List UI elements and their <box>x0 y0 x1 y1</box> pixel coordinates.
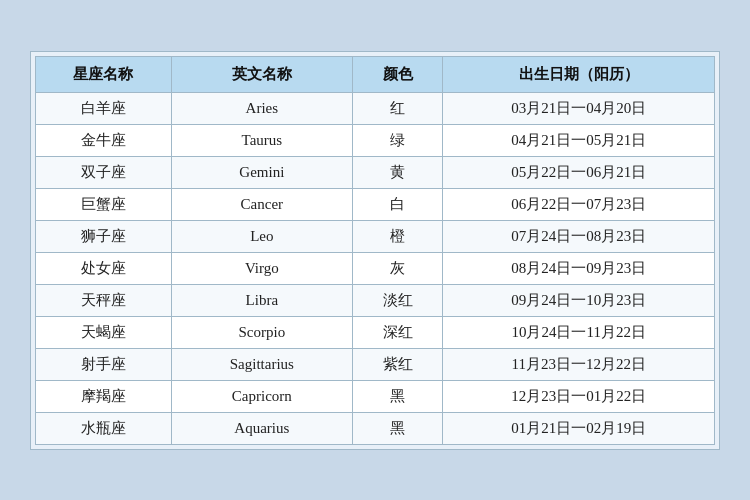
cell-zh: 白羊座 <box>36 92 172 124</box>
cell-en: Cancer <box>171 188 352 220</box>
cell-color: 红 <box>352 92 443 124</box>
table-row: 白羊座Aries红03月21日一04月20日 <box>36 92 715 124</box>
cell-en: Taurus <box>171 124 352 156</box>
header-en: 英文名称 <box>171 56 352 92</box>
cell-en: Capricorn <box>171 380 352 412</box>
cell-zh: 水瓶座 <box>36 412 172 444</box>
cell-color: 黑 <box>352 380 443 412</box>
zodiac-table: 星座名称 英文名称 颜色 出生日期（阳历） 白羊座Aries红03月21日一04… <box>35 56 715 445</box>
table-row: 天蝎座Scorpio深红10月24日一11月22日 <box>36 316 715 348</box>
cell-color: 淡红 <box>352 284 443 316</box>
cell-color: 深红 <box>352 316 443 348</box>
header-zh: 星座名称 <box>36 56 172 92</box>
cell-zh: 处女座 <box>36 252 172 284</box>
table-row: 巨蟹座Cancer白06月22日一07月23日 <box>36 188 715 220</box>
zodiac-table-wrapper: 星座名称 英文名称 颜色 出生日期（阳历） 白羊座Aries红03月21日一04… <box>30 51 720 450</box>
cell-date: 07月24日一08月23日 <box>443 220 715 252</box>
cell-en: Gemini <box>171 156 352 188</box>
cell-en: Aries <box>171 92 352 124</box>
cell-zh: 巨蟹座 <box>36 188 172 220</box>
cell-color: 白 <box>352 188 443 220</box>
cell-zh: 狮子座 <box>36 220 172 252</box>
table-row: 水瓶座Aquarius黑01月21日一02月19日 <box>36 412 715 444</box>
cell-en: Scorpio <box>171 316 352 348</box>
cell-date: 04月21日一05月21日 <box>443 124 715 156</box>
cell-date: 05月22日一06月21日 <box>443 156 715 188</box>
cell-zh: 摩羯座 <box>36 380 172 412</box>
cell-en: Libra <box>171 284 352 316</box>
cell-zh: 双子座 <box>36 156 172 188</box>
table-row: 狮子座Leo橙07月24日一08月23日 <box>36 220 715 252</box>
cell-en: Aquarius <box>171 412 352 444</box>
cell-zh: 射手座 <box>36 348 172 380</box>
table-row: 天秤座Libra淡红09月24日一10月23日 <box>36 284 715 316</box>
table-row: 双子座Gemini黄05月22日一06月21日 <box>36 156 715 188</box>
cell-date: 03月21日一04月20日 <box>443 92 715 124</box>
cell-zh: 天蝎座 <box>36 316 172 348</box>
cell-date: 01月21日一02月19日 <box>443 412 715 444</box>
header-date: 出生日期（阳历） <box>443 56 715 92</box>
table-row: 射手座Sagittarius紫红11月23日一12月22日 <box>36 348 715 380</box>
cell-color: 绿 <box>352 124 443 156</box>
cell-zh: 金牛座 <box>36 124 172 156</box>
header-color: 颜色 <box>352 56 443 92</box>
cell-color: 紫红 <box>352 348 443 380</box>
table-row: 处女座Virgo灰08月24日一09月23日 <box>36 252 715 284</box>
cell-date: 12月23日一01月22日 <box>443 380 715 412</box>
cell-en: Sagittarius <box>171 348 352 380</box>
cell-color: 黑 <box>352 412 443 444</box>
cell-date: 06月22日一07月23日 <box>443 188 715 220</box>
cell-en: Leo <box>171 220 352 252</box>
table-row: 金牛座Taurus绿04月21日一05月21日 <box>36 124 715 156</box>
cell-date: 11月23日一12月22日 <box>443 348 715 380</box>
cell-date: 08月24日一09月23日 <box>443 252 715 284</box>
table-row: 摩羯座Capricorn黑12月23日一01月22日 <box>36 380 715 412</box>
cell-zh: 天秤座 <box>36 284 172 316</box>
cell-en: Virgo <box>171 252 352 284</box>
cell-color: 灰 <box>352 252 443 284</box>
cell-date: 10月24日一11月22日 <box>443 316 715 348</box>
cell-color: 黄 <box>352 156 443 188</box>
cell-date: 09月24日一10月23日 <box>443 284 715 316</box>
cell-color: 橙 <box>352 220 443 252</box>
table-header-row: 星座名称 英文名称 颜色 出生日期（阳历） <box>36 56 715 92</box>
